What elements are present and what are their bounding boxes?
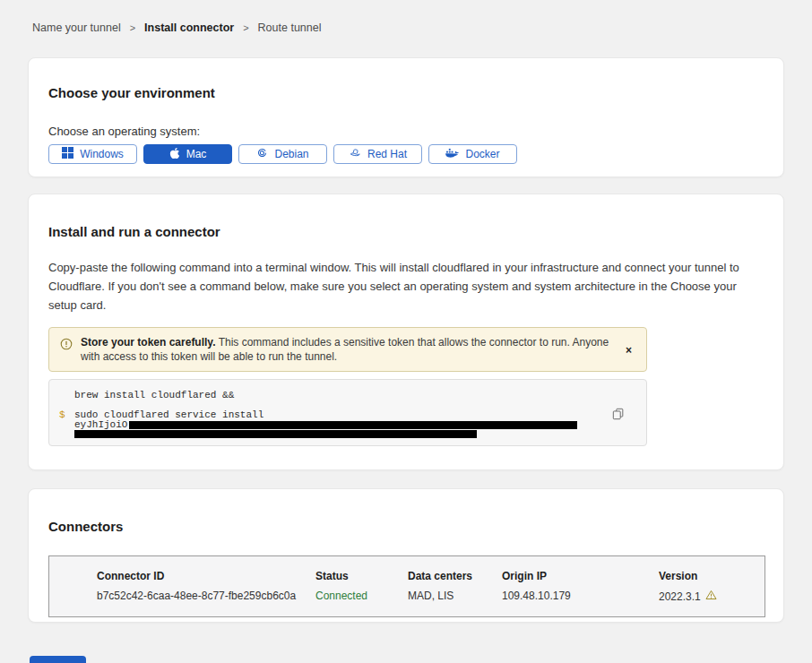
code-text: brew install cloudflared && — [74, 390, 234, 400]
column-header-data-centers: Data centers — [408, 570, 502, 582]
docker-icon — [445, 148, 459, 161]
table-row: b7c52c42-6caa-48ee-8c77-fbe259cb6c0a Con… — [97, 590, 764, 603]
connectors-card: Connectors Connector ID Status Data cent… — [28, 488, 784, 623]
connectors-table: Connector ID Status Data centers Origin … — [48, 555, 765, 617]
token-warning-text: Store your token carefully. This command… — [81, 335, 620, 364]
column-header-origin-ip: Origin IP — [502, 570, 659, 582]
alert-circle-icon — [60, 338, 73, 354]
breadcrumb-separator: > — [130, 22, 135, 33]
data-centers-value: MAD, LIS — [408, 590, 502, 603]
next-button[interactable]: Next — [30, 656, 86, 663]
shell-prompt: $ — [59, 409, 74, 420]
os-button-debian[interactable]: Debian — [238, 144, 327, 164]
os-button-label: Docker — [465, 148, 499, 160]
code-line-sudo: $ sudo cloudflared service install — [59, 409, 635, 420]
os-button-group: Windows Mac Debian Red Hat — [48, 144, 764, 164]
token-warning-bold: Store your token carefully. — [81, 336, 216, 349]
breadcrumb-step-install-connector[interactable]: Install connector — [144, 22, 234, 34]
os-button-redhat[interactable]: Red Hat — [333, 144, 422, 164]
code-line-brew: brew install cloudflared && — [59, 390, 635, 400]
token-warning-banner: Store your token carefully. This command… — [48, 327, 647, 372]
tunnel-setup-page: Name your tunnel > Install connector > R… — [0, 0, 812, 663]
install-description: Copy-paste the following command into a … — [48, 258, 764, 314]
redacted-token-bar — [74, 430, 477, 438]
breadcrumb-step-route-tunnel[interactable]: Route tunnel — [258, 22, 322, 34]
breadcrumb: Name your tunnel > Install connector > R… — [28, 0, 784, 34]
connector-id-value: b7c52c42-6caa-48ee-8c77-fbe259cb6c0a — [97, 590, 315, 603]
column-header-connector-id: Connector ID — [97, 570, 315, 582]
os-button-label: Red Hat — [367, 148, 407, 160]
os-button-label: Mac — [186, 148, 207, 160]
os-button-windows[interactable]: Windows — [48, 144, 137, 164]
os-select-label: Choose an operating system: — [48, 125, 764, 138]
version-value: 2022.3.1 — [659, 590, 757, 603]
version-number: 2022.3.1 — [659, 590, 701, 603]
column-header-version: Version — [659, 570, 757, 582]
apple-icon — [169, 147, 180, 162]
status-badge: Connected — [315, 590, 408, 603]
table-header-row: Connector ID Status Data centers Origin … — [97, 570, 764, 582]
warning-triangle-icon — [705, 590, 717, 603]
copy-icon[interactable] — [610, 406, 626, 425]
breadcrumb-step-name-tunnel[interactable]: Name your tunnel — [32, 22, 121, 34]
connectors-card-title: Connectors — [48, 519, 764, 534]
code-line-token: eyJhIjoiO — [59, 420, 635, 430]
breadcrumb-separator: > — [243, 22, 248, 33]
token-prefix: eyJhIjoiO — [74, 420, 127, 430]
column-header-status: Status — [315, 570, 408, 582]
redacted-token-bar — [129, 421, 577, 429]
environment-card-title: Choose your environment — [48, 85, 764, 100]
windows-icon — [62, 147, 73, 161]
os-button-label: Debian — [274, 148, 308, 160]
os-button-label: Windows — [80, 148, 124, 160]
os-button-docker[interactable]: Docker — [428, 144, 517, 164]
code-line-token-2 — [59, 430, 635, 438]
origin-ip-value: 109.48.10.179 — [502, 590, 659, 603]
install-command-code-block: brew install cloudflared && $ sudo cloud… — [48, 379, 647, 446]
os-button-mac[interactable]: Mac — [143, 144, 232, 164]
close-icon[interactable]: × — [620, 340, 637, 360]
environment-card: Choose your environment Choose an operat… — [28, 57, 784, 177]
install-card-title: Install and run a connector — [48, 224, 764, 239]
install-connector-card: Install and run a connector Copy-paste t… — [28, 194, 784, 470]
debian-icon — [256, 147, 268, 161]
redhat-icon — [349, 147, 361, 161]
